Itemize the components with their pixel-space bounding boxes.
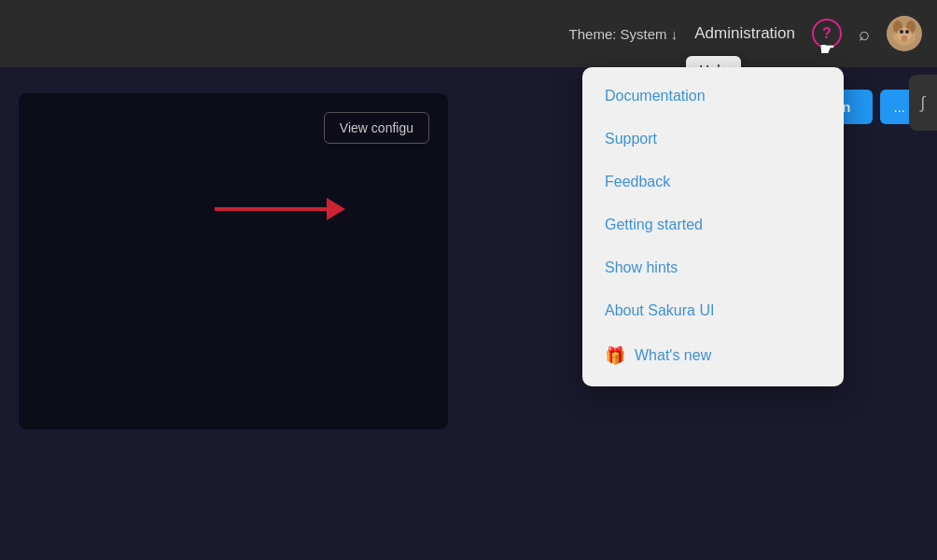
left-panel: View configu xyxy=(19,93,448,429)
dropdown-item-getting-started[interactable]: Getting started xyxy=(582,203,844,246)
gift-icon: 🎁 xyxy=(605,345,625,366)
documentation-label: Documentation xyxy=(605,88,706,105)
cursor-hand-icon: ☛ xyxy=(819,39,834,60)
show-hints-label: Show hints xyxy=(605,259,678,276)
svg-point-5 xyxy=(900,30,903,34)
getting-started-label: Getting started xyxy=(605,217,703,233)
dropdown-item-support[interactable]: Support xyxy=(582,118,844,161)
dropdown-item-feedback[interactable]: Feedback xyxy=(582,161,844,203)
dropdown-item-documentation[interactable]: Documentation xyxy=(582,75,844,118)
avatar[interactable] xyxy=(887,16,922,51)
about-label: About Sakura UI xyxy=(605,302,714,319)
dropdown-item-whats-new[interactable]: 🎁 What's new xyxy=(582,332,844,379)
dropdown-item-show-hints[interactable]: Show hints xyxy=(582,246,844,289)
view-config-button[interactable]: View configu xyxy=(324,112,429,144)
svg-point-7 xyxy=(902,35,907,39)
support-label: Support xyxy=(605,131,657,147)
svg-point-6 xyxy=(905,30,909,34)
help-dropdown-menu: Documentation Support Feedback Getting s… xyxy=(582,67,844,386)
feedback-label: Feedback xyxy=(605,174,670,190)
search-icon[interactable]: ⌕ xyxy=(859,23,870,45)
dropdown-item-about[interactable]: About Sakura UI xyxy=(582,289,844,332)
whats-new-label: What's new xyxy=(635,347,711,364)
theme-selector[interactable]: Theme: System ↓ xyxy=(569,26,678,42)
administration-link[interactable]: Administration xyxy=(694,24,795,43)
help-icon-button[interactable]: ? ☛ xyxy=(812,19,842,49)
squiggle-icon: ∫ xyxy=(909,75,937,131)
topbar: Theme: System ↓ Administration ? ☛ ⌕ xyxy=(0,0,937,67)
